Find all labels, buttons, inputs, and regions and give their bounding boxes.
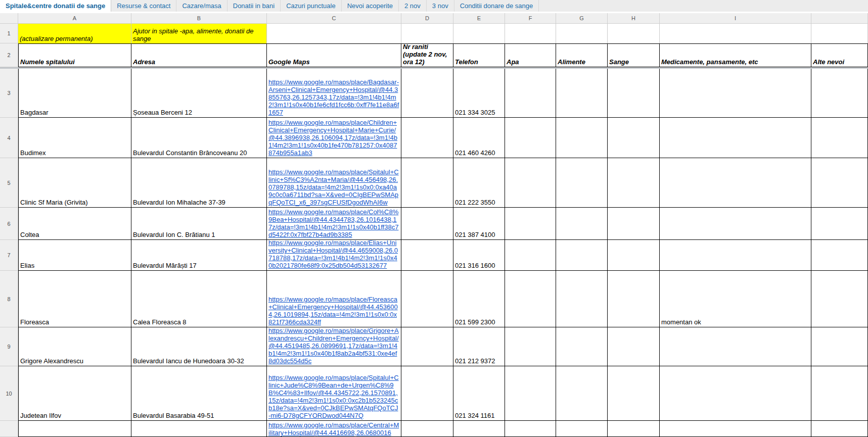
cell-H9[interactable]	[608, 327, 660, 366]
cell-E10[interactable]: 021 324 1161	[453, 366, 505, 421]
cell-C6[interactable]: https://www.google.ro/maps/place/Col%C8%…	[267, 208, 401, 240]
cell-I5[interactable]	[660, 158, 811, 208]
cell-I6[interactable]	[660, 208, 811, 240]
cell-H8[interactable]	[608, 271, 660, 327]
cell-J1[interactable]	[811, 24, 868, 43]
tab-conditii-donare-de-sange[interactable]: Conditii donare de sange	[454, 0, 539, 12]
cell-J2[interactable]: Alte nevoi	[811, 43, 868, 67]
cell-F11[interactable]	[505, 421, 556, 437]
column-header-C[interactable]: C	[267, 13, 401, 24]
tab-2-nov[interactable]: 2 nov	[399, 0, 427, 12]
cell-H3[interactable]	[608, 69, 660, 118]
cell-H6[interactable]	[608, 208, 660, 240]
cell-J11[interactable]	[811, 421, 868, 437]
cell-D1[interactable]	[401, 24, 453, 43]
cell-E9[interactable]: 021 212 9372	[453, 327, 505, 366]
maps-link[interactable]: https://www.google.ro/maps/place/Spitalu…	[268, 168, 399, 206]
cell-E5[interactable]: 021 222 3550	[453, 158, 505, 208]
cell-B6[interactable]: Bulevardul Ion C. Brătianu 1	[131, 208, 267, 240]
cell-H1[interactable]	[608, 24, 660, 43]
cell-C8[interactable]: https://www.google.ro/maps/place/Floreas…	[267, 271, 401, 327]
cell-H11[interactable]	[608, 421, 660, 437]
cell-D11[interactable]	[401, 421, 453, 437]
cell-G4[interactable]	[556, 118, 608, 158]
cell-E2[interactable]: Telefon	[453, 43, 505, 67]
tab-3-nov[interactable]: 3 nov	[427, 0, 454, 12]
cell-F8[interactable]	[505, 271, 556, 327]
cell-C5[interactable]: https://www.google.ro/maps/place/Spitalu…	[267, 158, 401, 208]
cell-B9[interactable]: Bulevardul Iancu de Hunedoara 30-32	[131, 327, 267, 366]
cell-D7[interactable]	[401, 240, 453, 271]
cell-F4[interactable]	[505, 118, 556, 158]
cell-A5[interactable]: Clinic Sf Maria (Grivita)	[18, 158, 131, 208]
cell-J3[interactable]	[811, 69, 868, 118]
cell-D9[interactable]	[401, 327, 453, 366]
maps-link[interactable]: https://www.google.ro/maps/place/Bagdasa…	[268, 78, 399, 116]
cell-G7[interactable]	[556, 240, 608, 271]
row-header-5[interactable]: 5	[0, 158, 18, 208]
tab-nevoi-acoperite[interactable]: Nevoi acoperite	[342, 0, 399, 12]
cell-J5[interactable]	[811, 158, 868, 208]
cell-B7[interactable]: Bulevardul Mărăști 17	[131, 240, 267, 271]
cell-C4[interactable]: https://www.google.ro/maps/place/Childre…	[267, 118, 401, 158]
cell-B5[interactable]: Bulevardul Ion Mihalache 37-39	[131, 158, 267, 208]
cell-C11[interactable]: https://www.google.ro/maps/place/Central…	[267, 421, 401, 437]
cell-B8[interactable]: Calea Floreasca 8	[131, 271, 267, 327]
column-header-F[interactable]: F	[505, 13, 556, 24]
cell-F7[interactable]	[505, 240, 556, 271]
column-header-D[interactable]: D	[401, 13, 453, 24]
row-header-4[interactable]: 4	[0, 118, 18, 158]
cell-E4[interactable]: 021 460 4260	[453, 118, 505, 158]
cell-E6[interactable]: 021 387 4100	[453, 208, 505, 240]
cell-H4[interactable]	[608, 118, 660, 158]
column-header-J[interactable]	[811, 13, 868, 24]
row-header-partial[interactable]	[0, 421, 18, 437]
cell-I2[interactable]: Medicamente, pansamente, etc	[660, 43, 811, 67]
cell-G3[interactable]	[556, 69, 608, 118]
maps-link[interactable]: https://www.google.ro/maps/place/Elias+U…	[268, 240, 399, 269]
cell-I8[interactable]: momentan ok	[660, 271, 811, 327]
tab-cazuri-punctuale[interactable]: Cazuri punctuale	[281, 0, 342, 12]
cell-D2[interactable]: Nr raniti (update 2 nov, ora 12)	[401, 43, 453, 67]
maps-link[interactable]: https://www.google.ro/maps/place/Childre…	[268, 119, 399, 157]
cell-J10[interactable]	[811, 366, 868, 421]
cell-H7[interactable]	[608, 240, 660, 271]
cell-G9[interactable]	[556, 327, 608, 366]
cell-E7[interactable]: 021 316 1600	[453, 240, 505, 271]
cell-D10[interactable]	[401, 366, 453, 421]
column-header-A[interactable]: A	[18, 13, 131, 24]
cell-A6[interactable]: Coltea	[18, 208, 131, 240]
cell-D3[interactable]	[401, 69, 453, 118]
cell-A9[interactable]: Grigore Alexandrescu	[18, 327, 131, 366]
cell-I4[interactable]	[660, 118, 811, 158]
cell-A2[interactable]: Numele spitalului	[18, 43, 131, 67]
cell-A11[interactable]	[18, 421, 131, 437]
maps-link[interactable]: https://www.google.ro/maps/place/Col%C8%…	[268, 208, 399, 238]
cell-G11[interactable]	[556, 421, 608, 437]
cell-F5[interactable]	[505, 158, 556, 208]
row-header-2[interactable]: 2	[0, 43, 18, 67]
cell-D8[interactable]	[401, 271, 453, 327]
cell-J9[interactable]	[811, 327, 868, 366]
cell-F3[interactable]	[505, 69, 556, 118]
cell-F9[interactable]	[505, 327, 556, 366]
cell-D5[interactable]	[401, 158, 453, 208]
cell-H2[interactable]: Sange	[608, 43, 660, 67]
row-header-9[interactable]: 9	[0, 327, 18, 366]
cell-D4[interactable]	[401, 118, 453, 158]
cell-F1[interactable]	[505, 24, 556, 43]
cell-D6[interactable]	[401, 208, 453, 240]
tab-donatii-in-bani[interactable]: Donatii in bani	[227, 0, 281, 12]
cell-E1[interactable]	[453, 24, 505, 43]
cell-C9[interactable]: https://www.google.ro/maps/place/Grigore…	[267, 327, 401, 366]
column-header-G[interactable]: G	[556, 13, 608, 24]
cell-C10[interactable]: https://www.google.ro/maps/place/Spitalu…	[267, 366, 401, 421]
tab-resurse-contact[interactable]: Resurse & contact	[111, 0, 176, 12]
cell-F2[interactable]: Apa	[505, 43, 556, 67]
cell-H5[interactable]	[608, 158, 660, 208]
row-header-7[interactable]: 7	[0, 240, 18, 271]
select-all-corner[interactable]	[0, 13, 18, 24]
column-header-I[interactable]: I	[660, 13, 811, 24]
maps-link[interactable]: https://www.google.ro/maps/place/Grigore…	[268, 327, 399, 365]
cell-J8[interactable]	[811, 271, 868, 327]
